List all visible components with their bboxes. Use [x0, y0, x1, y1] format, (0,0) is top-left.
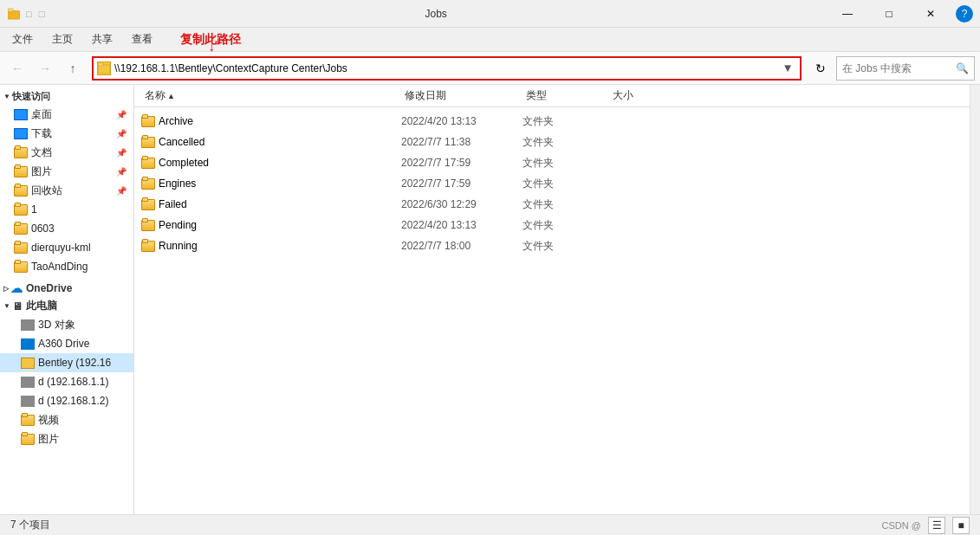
col-date[interactable]: 修改日期 [401, 88, 522, 103]
back-button[interactable]: ← [5, 56, 29, 81]
toolbar: ← → ↑ \\192.168.1.1\Bentley\ContextCaptu… [0, 52, 980, 85]
ribbon-tab-file[interactable]: 文件 [3, 29, 42, 50]
forward-button[interactable]: → [33, 56, 57, 81]
title-bar-icons: □ □ [7, 7, 44, 21]
file-name-cell: Running [141, 240, 401, 252]
item-count: 7 个项目 [10, 518, 50, 532]
file-type-cell: 文件夹 [522, 177, 609, 191]
ribbon: 文件 主页 共享 查看 复制此路径 ↓ [0, 28, 980, 52]
pin-icon-5: 📌 [116, 186, 127, 196]
sidebar-item-desktop[interactable]: 桌面 📌 [0, 105, 133, 124]
quick-access-label: 快速访问 [12, 90, 50, 103]
download-icon [14, 128, 28, 139]
sidebar-item-1[interactable]: 1 [0, 200, 133, 219]
sidebar-item-a360[interactable]: A360 Drive [0, 334, 133, 353]
folder-icon-cancelled [141, 137, 155, 148]
sidebar-item-download-label: 下载 [31, 126, 52, 141]
search-input[interactable] [842, 62, 956, 74]
folder-icon-completed [141, 158, 155, 169]
computer-section[interactable]: ▼ 🖥 此电脑 [0, 297, 133, 315]
sidebar-item-dierquyu[interactable]: dierquyu-kml [0, 238, 133, 257]
table-row[interactable]: Failed 2022/6/30 12:29 文件夹 [134, 194, 970, 215]
file-date-cell: 2022/7/7 17:59 [401, 177, 522, 190]
sidebar-item-taoanddling[interactable]: TaoAndDing [0, 257, 133, 276]
sidebar-item-0603[interactable]: 0603 [0, 219, 133, 238]
sidebar-item-d2[interactable]: d (192.168.1.2) [0, 391, 133, 410]
address-dropdown-button[interactable]: ▼ [779, 60, 796, 77]
quick-access-header[interactable]: ▼ 快速访问 [0, 88, 133, 105]
search-container: 🔍 [836, 56, 975, 81]
sidebar-item-d1[interactable]: d (192.168.1.1) [0, 372, 133, 391]
search-icon[interactable]: 🔍 [956, 62, 969, 74]
ribbon-tab-home[interactable]: 主页 [43, 29, 81, 50]
large-icon-view-button[interactable]: ■ [952, 517, 970, 534]
title-bar: □ □ Jobs — □ ✕ ? [0, 0, 980, 28]
file-date-cell: 2022/4/20 13:13 [401, 219, 522, 231]
file-type-cell: 文件夹 [522, 197, 609, 212]
table-row[interactable]: Cancelled 2022/7/7 11:38 文件夹 [134, 132, 970, 152]
sidebar-item-pictures2-label: 图片 [38, 432, 59, 447]
sidebar-item-videos-label: 视频 [38, 413, 59, 428]
refresh-button[interactable]: ↻ [808, 56, 833, 81]
sidebar-item-documents[interactable]: 文档 📌 [0, 143, 133, 162]
col-name[interactable]: 名称 ▲ [141, 88, 401, 103]
close-button[interactable]: ✕ [911, 0, 951, 28]
sidebar-item-bentley-label: Bentley (192.16 [38, 357, 111, 369]
folder-icon-video [21, 415, 35, 426]
file-type-cell: 文件夹 [522, 218, 609, 233]
bentley-icon [21, 358, 35, 369]
pin-icon-3: 📌 [116, 148, 127, 158]
pin-icon-4: 📌 [116, 167, 127, 177]
file-type-cell: 文件夹 [522, 114, 609, 129]
table-row[interactable]: Completed 2022/7/7 17:59 文件夹 [134, 152, 970, 173]
sidebar-item-documents-label: 文档 [31, 145, 52, 160]
ribbon-tab-view[interactable]: 查看 [123, 29, 161, 50]
sidebar-item-bentley[interactable]: Bentley (192.16 [0, 353, 133, 372]
onedrive-section[interactable]: ▷ ☁ OneDrive [0, 280, 133, 297]
folder-icon-2 [14, 166, 28, 177]
expand-icon: ▼ [3, 93, 10, 100]
ribbon-tab-share[interactable]: 共享 [83, 29, 121, 50]
recycle-icon [14, 185, 28, 197]
sidebar-item-recycle[interactable]: 回收站 📌 [0, 181, 133, 200]
folder-icon-pending [141, 220, 155, 231]
sidebar-item-taoanddling-label: TaoAndDing [31, 261, 88, 273]
table-row[interactable]: Archive 2022/4/20 13:13 文件夹 [134, 111, 970, 132]
sidebar-item-pictures2[interactable]: 图片 [0, 429, 133, 448]
sidebar-item-3d[interactable]: 3D 对象 [0, 315, 133, 334]
table-row[interactable]: Running 2022/7/7 18:00 文件夹 [134, 235, 970, 256]
folder-icon-4 [14, 223, 28, 235]
address-bar[interactable]: \\192.168.1.1\Bentley\ContextCapture Cen… [92, 56, 802, 81]
file-type-cell: 文件夹 [522, 239, 609, 254]
sidebar-item-d2-label: d (192.168.1.2) [38, 395, 108, 407]
col-size[interactable]: 大小 [609, 88, 678, 103]
sort-arrow-name: ▲ [167, 92, 175, 100]
table-row[interactable]: Engines 2022/7/7 17:59 文件夹 [134, 173, 970, 194]
save-icon: □ [39, 9, 45, 19]
table-row[interactable]: Pending 2022/4/20 13:13 文件夹 [134, 215, 970, 235]
details-view-button[interactable]: ☰ [928, 517, 945, 534]
svg-rect-0 [8, 10, 20, 19]
file-date-cell: 2022/7/7 17:59 [401, 157, 522, 169]
sidebar-item-download[interactable]: 下载 📌 [0, 124, 133, 143]
minimize-button[interactable]: — [827, 0, 867, 28]
up-button[interactable]: ↑ [61, 56, 85, 81]
sidebar-item-pictures[interactable]: 图片 📌 [0, 162, 133, 181]
folder-icon-archive [141, 116, 155, 127]
file-name-cell: Pending [141, 219, 401, 231]
sidebar-item-desktop-label: 桌面 [31, 107, 52, 122]
window-controls: — □ ✕ ? [827, 0, 973, 28]
column-headers: 名称 ▲ 修改日期 类型 大小 [134, 85, 970, 107]
help-button[interactable]: ? [956, 5, 973, 23]
col-type[interactable]: 类型 [522, 88, 609, 103]
file-date-cell: 2022/7/7 18:00 [401, 240, 522, 252]
sidebar-item-videos[interactable]: 视频 [0, 410, 133, 429]
quick-access-icon: □ [26, 9, 32, 19]
folder-icon [14, 147, 28, 158]
watermark: CSDN @ [882, 520, 921, 531]
3d-icon [21, 319, 35, 331]
status-bar: 7 个项目 CSDN @ ☰ ■ [0, 514, 980, 535]
file-name-cell: Archive [141, 115, 401, 127]
right-scrollbar[interactable] [970, 85, 980, 514]
maximize-button[interactable]: □ [869, 0, 909, 28]
